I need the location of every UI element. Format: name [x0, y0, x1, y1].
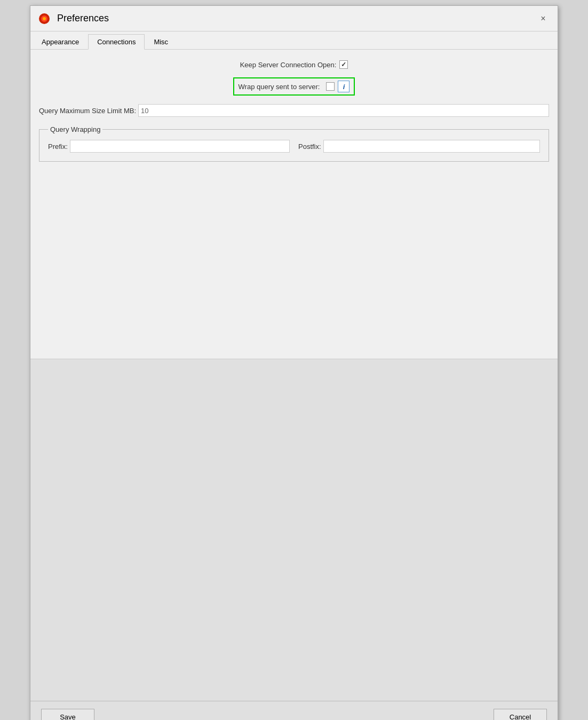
postfix-field: Postfix:: [298, 140, 540, 153]
window-title: Preferences: [57, 13, 535, 24]
wrap-query-row: Wrap query sent to server: i: [39, 77, 549, 96]
lower-area: [30, 359, 558, 701]
content-area: Keep Server Connection Open: Wrap query …: [30, 50, 558, 359]
preferences-window: Preferences × Appearance Connections Mis…: [30, 5, 558, 720]
tab-appearance[interactable]: Appearance: [33, 34, 88, 50]
tab-connections[interactable]: Connections: [88, 34, 145, 50]
save-button[interactable]: Save: [41, 709, 94, 720]
prefix-field: Prefix:: [48, 140, 290, 153]
postfix-label: Postfix:: [298, 143, 321, 151]
cancel-button[interactable]: Cancel: [494, 709, 547, 720]
query-wrapping-row: Prefix: Postfix:: [48, 140, 540, 153]
wrap-query-label: Wrap query sent to server:: [239, 83, 320, 91]
keep-server-checkbox[interactable]: [339, 60, 348, 69]
prefix-input[interactable]: [70, 140, 290, 153]
keep-server-label: Keep Server Connection Open:: [240, 61, 337, 69]
wrap-query-checkbox[interactable]: [326, 82, 335, 91]
query-wrapping-fieldset: Query Wrapping Prefix: Postfix:: [39, 125, 549, 162]
wrap-query-highlight-box: Wrap query sent to server: i: [233, 77, 355, 96]
preferences-icon: [37, 11, 52, 26]
query-max-size-input[interactable]: [138, 104, 549, 117]
postfix-input[interactable]: [323, 140, 540, 153]
svg-point-2: [43, 17, 46, 20]
keep-server-row: Keep Server Connection Open:: [39, 60, 549, 69]
tab-bar: Appearance Connections Misc: [30, 31, 558, 50]
title-bar: Preferences ×: [30, 6, 558, 31]
bottom-bar: Save Cancel: [30, 701, 558, 720]
info-button[interactable]: i: [338, 81, 349, 92]
prefix-label: Prefix:: [48, 143, 68, 151]
tab-misc[interactable]: Misc: [145, 34, 177, 50]
query-wrapping-legend: Query Wrapping: [48, 125, 102, 133]
query-max-size-label: Query Maximum Size Limit MB:: [39, 107, 136, 115]
query-max-size-row: Query Maximum Size Limit MB:: [39, 104, 549, 117]
close-button[interactable]: ×: [535, 11, 551, 27]
